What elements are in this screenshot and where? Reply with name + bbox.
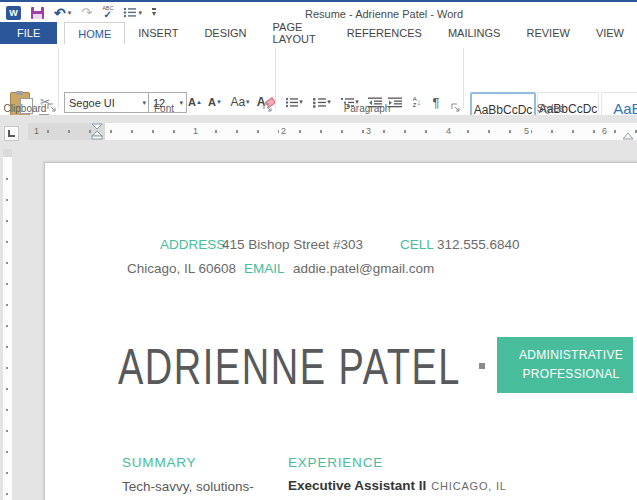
address-label: ADDRESS	[160, 237, 225, 252]
redo-icon[interactable]: ↷	[81, 7, 92, 19]
cell-value[interactable]: 312.555.6840	[437, 237, 520, 252]
resume-name[interactable]: ADRIENNE PATEL	[118, 341, 461, 393]
job-title: Executive Assistant II	[288, 478, 426, 493]
summary-body[interactable]: Tech-savvy, solutions-	[122, 479, 254, 494]
ruler-number: 5	[522, 126, 531, 136]
tab-design[interactable]: DESIGN	[191, 22, 259, 44]
undo-button[interactable]: ↶ ▾	[54, 7, 71, 19]
spelling-grammar-icon[interactable]: ABC ✓	[102, 6, 113, 19]
address-value[interactable]: 415 Bishop Street #303	[222, 237, 363, 252]
undo-dropdown-icon[interactable]: ▾	[68, 9, 72, 17]
city-value[interactable]: Chicago, IL 60608	[127, 261, 236, 276]
ruler-number: 1	[191, 126, 200, 136]
job-location: CHICAGO, IL	[431, 480, 506, 492]
ribbon-tab-bar: FILE HOME INSERT DESIGN PAGE LAYOUT REFE…	[0, 22, 637, 44]
tab-stop-selector[interactable]	[4, 126, 19, 141]
font-dialog-launcher-icon[interactable]	[263, 103, 272, 112]
paragraph-group-label: Paragraph	[282, 103, 452, 114]
paragraph-dialog-launcher-icon[interactable]	[451, 103, 460, 112]
word-window: W ↶ ▾ ↷ ABC ✓ ▾ ▾ Resume - Adrienne Pat	[0, 0, 637, 500]
email-value[interactable]: addie.patel@gmail.com	[293, 261, 434, 276]
tab-review[interactable]: REVIEW	[513, 22, 582, 44]
ruler-number: 6	[600, 126, 609, 136]
object-anchor-handle[interactable]	[479, 363, 485, 369]
tab-stop-icon	[8, 130, 15, 137]
experience-heading[interactable]: EXPERIENCE	[288, 455, 383, 470]
tab-mailings[interactable]: MAILINGS	[435, 22, 514, 44]
experience-entry[interactable]: Executive Assistant IICHICAGO, IL	[288, 478, 507, 493]
profession-badge[interactable]: ADMINISTRATIVE PROFESSIONAL	[497, 337, 633, 393]
contact-line-1[interactable]: ADDRESS	[160, 237, 225, 252]
badge-line-1: ADMINISTRATIVE	[509, 346, 633, 365]
badge-line-2: PROFESSIONAL	[509, 365, 633, 384]
tab-file[interactable]: FILE	[0, 22, 57, 44]
group-divider	[463, 48, 464, 108]
bullet-list-icon	[123, 7, 136, 18]
tab-references[interactable]: REFERENCES	[334, 22, 435, 44]
ruler-ticks	[28, 130, 637, 133]
ruler-number: 4	[444, 126, 453, 136]
document-page[interactable]	[44, 162, 637, 500]
quick-access-toolbar: W ↶ ▾ ↷ ABC ✓ ▾ ▾	[6, 4, 156, 21]
email-label[interactable]: EMAIL	[244, 261, 285, 276]
save-icon[interactable]	[31, 7, 44, 19]
group-divider	[275, 48, 276, 108]
ruler-margin-number: 1	[32, 126, 41, 136]
ribbon-home: Paste ▾ ✂ Clipboard Segoe UI ▾ 12 ▾ A▲ A…	[0, 44, 637, 116]
vertical-ruler-ticks	[6, 159, 8, 500]
tab-insert[interactable]: INSERT	[125, 22, 191, 44]
title-bar: W ↶ ▾ ↷ ABC ✓ ▾ ▾ Resume - Adrienne Pat	[0, 2, 637, 22]
horizontal-ruler[interactable]: 1 123456	[28, 123, 637, 140]
spell-check-mark: ✓	[104, 11, 112, 19]
group-divider	[58, 48, 59, 108]
tab-view[interactable]: VIEW	[583, 22, 637, 44]
customize-qat-icon[interactable]: ▾	[152, 8, 156, 17]
styles-group-label: Styles	[464, 103, 637, 114]
ruler-number: 2	[279, 126, 288, 136]
vertical-ruler[interactable]	[3, 149, 12, 500]
word-logo-icon[interactable]: W	[6, 6, 21, 20]
clipboard-dialog-launcher-icon[interactable]	[47, 103, 56, 112]
tab-home[interactable]: HOME	[64, 22, 125, 44]
indent-markers[interactable]	[91, 123, 103, 140]
vertical-ruler-margin	[3, 149, 12, 157]
bullet-list-qat-button[interactable]: ▾	[123, 7, 142, 18]
tab-page-layout[interactable]: PAGE LAYOUT	[260, 22, 334, 44]
cell-label[interactable]: CELL	[400, 237, 434, 252]
undo-icon: ↶	[54, 7, 66, 19]
font-group-label: Font	[64, 103, 264, 114]
ruler-number: 3	[364, 126, 373, 136]
bullet-list-dropdown-icon[interactable]: ▾	[138, 9, 142, 17]
summary-heading[interactable]: SUMMARY	[122, 455, 196, 470]
right-indent-marker[interactable]	[622, 132, 634, 140]
window-title: Resume - Adrienne Patel - Word	[305, 8, 463, 20]
clipboard-group-label: Clipboard	[0, 103, 50, 114]
